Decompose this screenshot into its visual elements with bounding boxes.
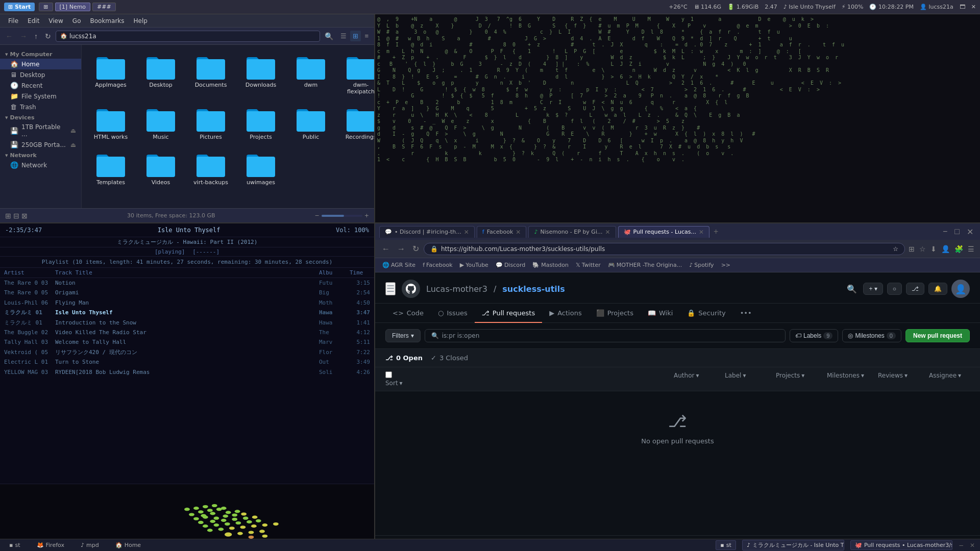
file-item-appimages[interactable]: AppImages bbox=[88, 51, 134, 99]
back-button[interactable]: ← bbox=[3, 31, 15, 42]
taskbar-minimize-btn[interactable]: − bbox=[959, 542, 964, 549]
ff-bookmark-btn[interactable]: ☆ bbox=[918, 243, 927, 255]
file-item-recordings[interactable]: Recordings bbox=[338, 103, 374, 144]
playlist-row[interactable]: The Rare 0 03 Notion Futu 3:15 bbox=[0, 278, 374, 288]
gh-tab-actions[interactable]: ▶ Actions bbox=[542, 304, 589, 323]
ff-account-btn[interactable]: 👤 bbox=[940, 243, 951, 255]
minimize-all-btn[interactable]: 🗖 bbox=[960, 4, 965, 10]
ff-reload-button[interactable]: ↻ bbox=[410, 242, 422, 255]
ff-tab-github[interactable]: 🐙 Pull requests - Lucas... ✕ bbox=[618, 226, 710, 238]
sidebar-item-desktop[interactable]: 🖥 Desktop bbox=[0, 69, 81, 80]
gh-search-bar[interactable]: 🔍 is:pr is:open bbox=[425, 329, 786, 342]
playlist-row[interactable]: The Rare 0 05 Origami Big 2:54 bbox=[0, 288, 374, 297]
bookmark-facebook[interactable]: f Facebook bbox=[420, 261, 456, 269]
bookmark-mastodon[interactable]: 🐘 Mastodon bbox=[529, 261, 572, 269]
statusbar-btn-1[interactable]: ⊞ bbox=[5, 212, 11, 220]
sidebar-item-filesystem[interactable]: 📁 File System bbox=[0, 91, 81, 102]
window-minimize[interactable]: − bbox=[940, 226, 950, 238]
sidebar-item-1tb[interactable]: 💾 1TB Portable ... ⏏ bbox=[0, 122, 81, 139]
playlist-row[interactable]: Tally Hall 03 Welcome to Tally Hall Marv… bbox=[0, 337, 374, 347]
menu-bookmarks[interactable]: Bookmarks bbox=[86, 16, 128, 26]
bookmark-spotify[interactable]: ♪ Spotify bbox=[686, 261, 717, 269]
playlist-row[interactable]: ミラクルミ 01 Introduction to the Snow Hawa 1… bbox=[0, 318, 374, 328]
window-close[interactable]: ✕ bbox=[964, 226, 976, 238]
taskbar-st[interactable]: ▪ st bbox=[5, 541, 24, 549]
gh-col-assignee[interactable]: Assignee ▾ bbox=[929, 372, 970, 379]
gh-search-btn[interactable]: 🔍 bbox=[845, 282, 859, 296]
file-item-html-works[interactable]: HTML works bbox=[88, 103, 134, 144]
star-icon[interactable]: ☆ bbox=[893, 245, 898, 253]
menu-file[interactable]: File bbox=[4, 16, 22, 26]
zoom-in-icon[interactable]: + bbox=[364, 212, 369, 219]
gh-tab-more[interactable]: ••• bbox=[733, 304, 759, 323]
up-button[interactable]: ↑ bbox=[32, 31, 40, 42]
gh-new-pr-button[interactable]: New pull request bbox=[905, 329, 970, 342]
file-item-pictures[interactable]: Pictures bbox=[188, 103, 234, 144]
gh-select-all-checkbox[interactable] bbox=[385, 371, 401, 380]
gh-user-avatar[interactable]: 👤 bbox=[951, 280, 970, 298]
gh-tab-issues[interactable]: ○ Issues bbox=[431, 304, 475, 323]
eject-icon-1tb[interactable]: ⏏ bbox=[70, 127, 76, 134]
gh-col-author[interactable]: Author ▾ bbox=[674, 372, 725, 379]
gh-notification-btn[interactable]: 🔔 bbox=[928, 283, 947, 295]
nisemono-tab-close[interactable]: ✕ bbox=[605, 229, 610, 236]
ff-menu-btn[interactable]: ☰ bbox=[966, 243, 976, 255]
start-button[interactable]: ⊞ Start bbox=[4, 3, 35, 11]
ff-downloads-btn[interactable]: ⬇ bbox=[929, 243, 938, 255]
taskbar-close-btn[interactable]: ✕ bbox=[970, 542, 975, 549]
bookmark-twitter[interactable]: 𝕏 Twitter bbox=[573, 261, 604, 269]
taskbar-home[interactable]: 🏠 Home bbox=[111, 541, 145, 549]
sidebar-item-recent[interactable]: 🕐 Recent bbox=[0, 80, 81, 91]
gh-tab-code[interactable]: <> Code bbox=[385, 304, 431, 323]
gh-closed-count[interactable]: ✓ 3 Closed bbox=[431, 354, 468, 362]
compact-view-button[interactable]: ≡ bbox=[362, 31, 371, 41]
playlist-row[interactable]: ミラクルミ 01 Isle Unto Thyself Hawa 3:47 bbox=[0, 308, 374, 317]
ff-tab-discord[interactable]: 💬 • Discord | #iricing-th... ✕ bbox=[379, 226, 475, 238]
playlist-row[interactable]: The Buggle 02 Video Killed The Radio Sta… bbox=[0, 328, 374, 337]
nemo-app-tab[interactable]: [1] Nemo bbox=[55, 3, 91, 11]
gh-col-projects[interactable]: Projects ▾ bbox=[776, 372, 827, 379]
gh-filters-button[interactable]: Filters ▾ bbox=[385, 329, 421, 342]
taskbar-mpd[interactable]: ♪ mpd bbox=[77, 541, 103, 549]
gh-repo-name[interactable]: suckless-utils bbox=[502, 284, 565, 294]
file-item-downloads[interactable]: Downloads bbox=[238, 51, 284, 99]
eject-icon-250gb[interactable]: ⏏ bbox=[70, 141, 76, 148]
discord-tab-close[interactable]: ✕ bbox=[464, 229, 469, 236]
gh-col-reviews[interactable]: Reviews ▾ bbox=[878, 372, 929, 379]
sidebar-item-250gb[interactable]: 💾 250GB Porta... ⏏ bbox=[0, 139, 81, 150]
select-all-input[interactable] bbox=[385, 371, 392, 378]
taskbar-window-st[interactable]: ▪ st bbox=[716, 540, 736, 550]
grid-view-button[interactable]: ⊞ bbox=[350, 31, 361, 41]
gh-col-milestones[interactable]: Milestones ▾ bbox=[827, 372, 878, 379]
bookmarks-more[interactable]: >> bbox=[718, 261, 733, 269]
gh-labels-button[interactable]: 🏷 Labels 9 bbox=[790, 329, 839, 342]
bookmark-youtube[interactable]: ▶ YouTube bbox=[457, 261, 492, 269]
gh-repo-owner[interactable]: Lucas-mother3 bbox=[426, 284, 487, 294]
gh-milestones-button[interactable]: ◎ Milestones 0 bbox=[842, 329, 901, 342]
playlist-row[interactable]: YELLOW MAG 03 RYDEEN[2018 Bob Ludwig Rem… bbox=[0, 367, 374, 377]
gh-col-label[interactable]: Label ▾ bbox=[725, 372, 776, 379]
close-all-btn[interactable]: ✕ bbox=[971, 4, 976, 10]
misc-app-tab[interactable]: ### bbox=[92, 3, 116, 11]
gh-col-sort[interactable]: Sort ▾ bbox=[385, 380, 401, 387]
file-item-templates[interactable]: Templates bbox=[88, 148, 134, 190]
gh-tab-pullrequests[interactable]: ⎇ Pull requests bbox=[475, 304, 542, 323]
ff-containers-btn[interactable]: ⊞ bbox=[907, 243, 916, 255]
file-item-public[interactable]: Public bbox=[288, 103, 334, 144]
playlist-row[interactable]: Louis-Phil 06 Flying Man Moth 4:50 bbox=[0, 298, 374, 308]
search-button[interactable]: 🔍 bbox=[322, 31, 336, 42]
taskbar-window-music[interactable]: ♪ ミラクルミュージカル - Isle Unto Thyself bbox=[742, 540, 844, 550]
file-item-virt-backups[interactable]: virt-backups bbox=[188, 148, 234, 190]
playlist-row[interactable]: Electric L 01 Turn to Stone Out 3:49 bbox=[0, 357, 374, 367]
gh-open-count[interactable]: ⎇ 0 Open bbox=[385, 354, 423, 362]
gh-pr-btn[interactable]: ⎇ bbox=[906, 283, 924, 295]
zoom-out-icon[interactable]: − bbox=[315, 212, 320, 219]
gh-tab-projects[interactable]: ⬛ Projects bbox=[589, 304, 641, 323]
ff-forward-button[interactable]: → bbox=[395, 243, 408, 255]
gh-hamburger-btn[interactable]: ☰ bbox=[385, 282, 396, 295]
statusbar-btn-3[interactable]: ⊠ bbox=[21, 212, 28, 220]
statusbar-btn-2[interactable]: ⊟ bbox=[13, 212, 19, 220]
gh-plus-btn[interactable]: + ▾ bbox=[863, 283, 883, 295]
file-item-desktop[interactable]: Desktop bbox=[138, 51, 184, 99]
taskbar-firefox[interactable]: 🦊 Firefox bbox=[33, 541, 68, 549]
